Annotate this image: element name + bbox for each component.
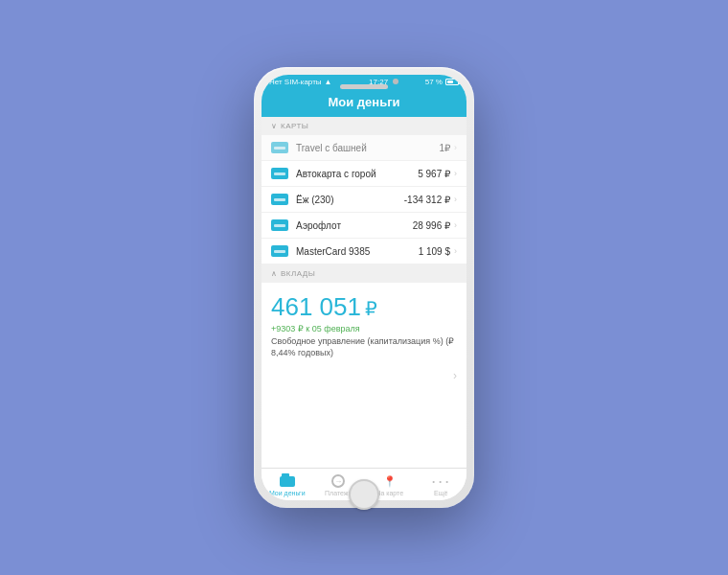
carrier-label: Нет SIM-карты xyxy=(269,78,322,86)
card-icon xyxy=(271,168,288,179)
item-chevron-icon: › xyxy=(454,220,457,230)
card-name: Ёж (230) xyxy=(296,195,404,205)
phone-frame: Нет SIM-карты ▲ 17:27 57 % Мои деньги ∨ … xyxy=(254,67,474,508)
more-icon: • • • xyxy=(432,474,449,488)
content-area: ∨ КАРТЫ Travel с башней 1₽ › Автокарта с… xyxy=(262,117,466,468)
card-name: Аэрофлот xyxy=(296,220,413,231)
deposits-change: +9303 ₽ к 05 февраля xyxy=(271,324,457,334)
list-item[interactable]: MasterCard 9385 1 109 $ › xyxy=(262,239,466,264)
item-chevron-icon: › xyxy=(454,143,457,152)
card-icon xyxy=(271,142,288,153)
tab-more[interactable]: • • • Ещё xyxy=(416,472,467,498)
deposits-description: Свободное управление (капитализация %) (… xyxy=(271,336,457,358)
card-icon xyxy=(271,194,288,205)
card-amount: -134 312 ₽ xyxy=(404,195,450,205)
deposits-arrow-icon: › xyxy=(453,369,457,382)
list-item[interactable]: Ёж (230) -134 312 ₽ › xyxy=(262,187,466,213)
list-item[interactable]: Travel с башней 1₽ › xyxy=(262,135,466,161)
card-amount: 28 996 ₽ xyxy=(413,220,450,231)
deposits-amount-display: 461 051 ₽ xyxy=(271,292,457,322)
card-amount: 5 967 ₽ xyxy=(418,169,450,179)
phone-screen: Нет SIM-карты ▲ 17:27 57 % Мои деньги ∨ … xyxy=(262,75,466,500)
card-name: MasterCard 9385 xyxy=(296,246,419,257)
list-item[interactable]: Автокарта с горой 5 967 ₽ › xyxy=(262,161,466,187)
app-header: Мои деньги xyxy=(262,89,466,117)
item-chevron-icon: › xyxy=(454,195,457,204)
deposits-chevron-icon: ∧ xyxy=(271,269,277,278)
map-icon: 📍 xyxy=(381,474,398,488)
cards-section-label: КАРТЫ xyxy=(281,122,308,130)
tab-more-label: Ещё xyxy=(434,490,447,496)
home-button[interactable] xyxy=(349,479,379,510)
item-chevron-icon: › xyxy=(454,246,457,256)
wifi-icon: ▲ xyxy=(325,78,332,86)
phone-camera xyxy=(393,79,398,84)
card-amount: 1₽ xyxy=(439,143,450,153)
wallet-icon xyxy=(279,474,296,488)
phone-speaker xyxy=(340,84,388,89)
tab-my-money[interactable]: Мои деньги xyxy=(262,472,313,498)
deposits-section-header[interactable]: ∧ ВКЛАДЫ xyxy=(262,264,466,283)
cards-chevron-icon: ∨ xyxy=(271,122,277,130)
card-icon xyxy=(271,219,288,231)
payment-icon xyxy=(330,474,347,488)
app-title: Мои деньги xyxy=(328,95,399,109)
card-amount: 1 109 $ xyxy=(419,246,450,257)
card-name: Автокарта с горой xyxy=(296,169,418,179)
battery-icon xyxy=(445,79,459,85)
tab-my-money-label: Мои деньги xyxy=(269,490,306,496)
list-item[interactable]: Аэрофлот 28 996 ₽ › xyxy=(262,213,466,239)
item-chevron-icon: › xyxy=(454,169,457,178)
deposits-section-label: ВКЛАДЫ xyxy=(281,269,315,278)
battery-percent: 57 % xyxy=(425,78,443,86)
tab-map-label: На карте xyxy=(375,490,403,496)
deposits-amount: 461 051 xyxy=(271,292,361,322)
deposits-item[interactable]: 461 051 ₽ +9303 ₽ к 05 февраля Свободное… xyxy=(262,283,466,468)
cards-section-header[interactable]: ∨ КАРТЫ xyxy=(262,117,466,135)
card-icon xyxy=(271,245,288,257)
deposits-currency: ₽ xyxy=(365,297,377,320)
card-name: Travel с башней xyxy=(296,143,439,153)
